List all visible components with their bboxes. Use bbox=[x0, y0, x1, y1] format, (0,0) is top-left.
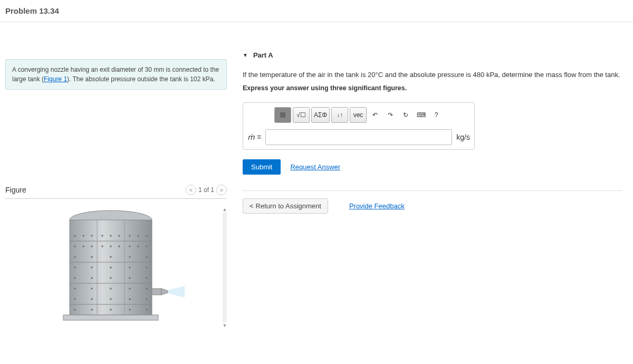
feedback-link[interactable]: Provide Feedback bbox=[349, 202, 405, 210]
square-icon bbox=[280, 112, 285, 118]
template-button[interactable] bbox=[274, 107, 291, 123]
keyboard-button[interactable]: ⌨ bbox=[414, 107, 428, 123]
svg-point-40 bbox=[146, 277, 148, 279]
variable-label: ṁ = bbox=[247, 133, 261, 141]
svg-point-54 bbox=[129, 309, 131, 311]
svg-point-19 bbox=[91, 246, 93, 247]
svg-point-10 bbox=[91, 235, 93, 237]
instruction-text: Express your answer using three signific… bbox=[243, 84, 622, 92]
problem-statement: A converging nozzle having an exit diame… bbox=[5, 59, 227, 90]
svg-point-47 bbox=[91, 299, 93, 300]
scroll-track[interactable] bbox=[223, 212, 227, 323]
svg-point-33 bbox=[110, 267, 112, 269]
figure-prev-button[interactable]: < bbox=[186, 185, 196, 195]
undo-button[interactable]: ↶ bbox=[368, 107, 382, 123]
svg-marker-59 bbox=[168, 286, 185, 298]
svg-point-22 bbox=[119, 246, 120, 247]
svg-point-35 bbox=[146, 267, 148, 269]
collapse-caret-icon[interactable]: ▼ bbox=[243, 52, 248, 58]
svg-point-53 bbox=[110, 309, 112, 311]
figure-link[interactable]: Figure 1 bbox=[44, 75, 67, 83]
answer-input[interactable] bbox=[265, 129, 452, 145]
help-button[interactable]: ? bbox=[429, 107, 443, 123]
svg-marker-58 bbox=[161, 289, 168, 295]
chevron-left-icon: < bbox=[250, 202, 254, 210]
svg-point-52 bbox=[91, 309, 93, 311]
svg-point-24 bbox=[138, 246, 139, 247]
problem-title: Problem 13.34 bbox=[5, 6, 628, 15]
part-title: Part A bbox=[253, 51, 273, 59]
figure-scrollbar[interactable]: ▲ ▼ bbox=[222, 207, 228, 328]
svg-point-49 bbox=[129, 299, 131, 300]
subscript-button[interactable]: ↓↑ bbox=[331, 107, 348, 123]
svg-point-36 bbox=[74, 277, 76, 279]
page-header: Problem 13.34 bbox=[0, 0, 633, 22]
svg-point-23 bbox=[129, 246, 131, 247]
svg-point-30 bbox=[146, 256, 148, 258]
unit-label: kg/s bbox=[456, 133, 470, 141]
svg-point-21 bbox=[110, 246, 112, 247]
svg-point-46 bbox=[74, 299, 76, 300]
scroll-up-icon[interactable]: ▲ bbox=[223, 207, 227, 212]
svg-point-34 bbox=[129, 267, 131, 269]
svg-point-39 bbox=[129, 277, 131, 279]
figure-page: 1 of 1 bbox=[198, 186, 214, 194]
svg-point-41 bbox=[74, 288, 76, 290]
figure-next-button[interactable]: > bbox=[216, 185, 227, 195]
figure-image: ▲ ▼ bbox=[5, 207, 227, 328]
svg-point-50 bbox=[146, 299, 148, 300]
answer-area: √☐ ΑΣΦ ↓↑ vec ↶ ↷ ↻ ⌨ ? ṁ = kg/s bbox=[243, 102, 475, 150]
question-text: If the temperature of the air in the tan… bbox=[243, 70, 622, 80]
svg-point-38 bbox=[110, 277, 112, 279]
svg-point-55 bbox=[146, 309, 148, 311]
svg-point-20 bbox=[102, 246, 103, 247]
svg-point-18 bbox=[83, 246, 84, 247]
svg-point-28 bbox=[110, 256, 112, 258]
reset-button[interactable]: ↻ bbox=[399, 107, 413, 123]
svg-point-16 bbox=[146, 235, 148, 237]
svg-point-43 bbox=[110, 288, 112, 290]
figure-title: Figure bbox=[5, 186, 26, 194]
svg-point-42 bbox=[91, 288, 93, 290]
svg-point-32 bbox=[91, 267, 93, 269]
svg-point-12 bbox=[110, 235, 112, 237]
svg-point-13 bbox=[119, 235, 120, 237]
part-header: ▼ Part A bbox=[243, 51, 622, 59]
svg-point-45 bbox=[146, 288, 148, 290]
scroll-down-icon[interactable]: ▼ bbox=[223, 323, 227, 328]
figure-section: Figure < 1 of 1 > bbox=[0, 185, 232, 328]
submit-button[interactable]: Submit bbox=[243, 159, 281, 175]
svg-point-14 bbox=[129, 235, 131, 237]
svg-point-48 bbox=[110, 299, 112, 300]
tank-illustration bbox=[47, 207, 185, 328]
svg-point-37 bbox=[91, 277, 93, 279]
figure-nav: < 1 of 1 > bbox=[186, 185, 227, 195]
problem-text-after: ). The absolute pressure outside the tan… bbox=[67, 75, 215, 83]
redo-button[interactable]: ↷ bbox=[383, 107, 397, 123]
svg-point-11 bbox=[102, 235, 103, 237]
svg-point-44 bbox=[129, 288, 131, 290]
request-answer-link[interactable]: Request Answer bbox=[290, 163, 340, 171]
svg-rect-56 bbox=[63, 315, 158, 320]
svg-point-25 bbox=[146, 246, 148, 247]
svg-rect-57 bbox=[152, 289, 161, 295]
equation-toolbar: √☐ ΑΣΦ ↓↑ vec ↶ ↷ ↻ ⌨ ? bbox=[247, 107, 470, 123]
svg-point-8 bbox=[74, 235, 76, 237]
fraction-button[interactable]: √☐ bbox=[293, 107, 310, 123]
return-button[interactable]: < Return to Assignment bbox=[243, 198, 328, 214]
greek-button[interactable]: ΑΣΦ bbox=[311, 107, 330, 123]
svg-point-9 bbox=[83, 235, 84, 237]
svg-point-15 bbox=[138, 235, 139, 237]
return-label: Return to Assignment bbox=[256, 202, 321, 210]
svg-point-27 bbox=[91, 256, 93, 258]
svg-point-29 bbox=[129, 256, 131, 258]
svg-point-51 bbox=[74, 309, 76, 311]
svg-point-31 bbox=[74, 267, 76, 269]
vector-button[interactable]: vec bbox=[350, 107, 367, 123]
svg-point-17 bbox=[74, 246, 76, 247]
svg-point-26 bbox=[74, 256, 76, 258]
